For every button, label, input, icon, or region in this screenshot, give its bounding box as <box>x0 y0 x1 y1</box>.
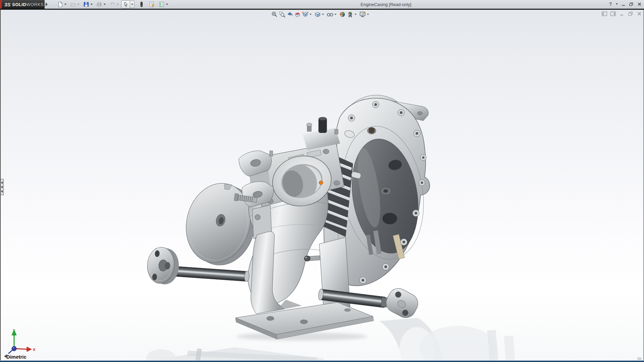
select-cursor-icon <box>123 1 129 7</box>
document-window-controls <box>601 11 642 16</box>
undo-dropdown-arrow[interactable] <box>117 4 119 5</box>
undo-icon <box>109 1 115 7</box>
close-document-icon <box>637 11 642 16</box>
previous-view-button[interactable] <box>286 11 293 18</box>
display-style-icon <box>314 11 321 18</box>
pane-toggle-left-icon <box>602 11 607 16</box>
edit-appearance-button[interactable] <box>338 11 346 18</box>
open-button[interactable] <box>69 1 77 8</box>
zoom-to-fit-button[interactable] <box>270 11 278 18</box>
close-document-button[interactable] <box>636 11 642 16</box>
apply-scene-dropdown-arrow[interactable] <box>355 14 357 15</box>
display-style-button[interactable] <box>314 11 321 18</box>
apply-scene-button[interactable] <box>346 11 354 18</box>
options-icon <box>159 1 165 7</box>
file-properties-button[interactable] <box>148 1 156 8</box>
help-dropdown-arrow[interactable] <box>616 3 618 5</box>
edit-appearance-icon <box>339 11 346 18</box>
section-view-icon <box>294 11 301 18</box>
triad-y-label: Y <box>13 328 15 333</box>
zoom-to-fit-icon <box>271 11 278 18</box>
display-style-dropdown-arrow[interactable] <box>322 14 324 15</box>
restore-document-icon <box>628 11 633 16</box>
titlebar-separator <box>0 9 644 10</box>
select-dropdown-arrow[interactable] <box>130 1 135 8</box>
view-orientation-dropdown-arrow[interactable] <box>310 14 312 15</box>
restore-icon <box>629 2 634 6</box>
rebuild-traffic-light-icon <box>139 1 145 7</box>
brand-solid: SOLID <box>12 2 26 7</box>
apply-scene-icon <box>347 11 354 18</box>
close-button[interactable] <box>636 1 643 7</box>
zoom-to-area-icon <box>279 11 285 18</box>
section-view-button[interactable] <box>293 11 301 18</box>
minimize-icon <box>621 2 626 6</box>
headsup-view-toolbar <box>270 10 371 18</box>
pane-toggle-right-button[interactable] <box>610 11 616 16</box>
view-orientation-icon <box>302 11 309 18</box>
expand-left-arrow-icon <box>1 181 3 184</box>
pane-toggle-right-icon <box>610 11 616 16</box>
view-settings-dropdown-arrow[interactable] <box>367 14 369 15</box>
print-dropdown-arrow[interactable] <box>104 4 106 5</box>
previous-view-icon <box>286 11 293 18</box>
new-dropdown-arrow[interactable] <box>64 4 66 5</box>
save-dropdown-arrow[interactable] <box>91 4 93 5</box>
solidworks-logo-mark: 3S <box>4 2 10 7</box>
print-icon <box>96 1 102 7</box>
window-border-bottom <box>0 360 644 362</box>
titlebar: 3S SOLIDWORKS <box>0 0 644 9</box>
brand-works: WORKS <box>26 2 44 7</box>
mount-bracket-left[interactable] <box>234 151 274 207</box>
dowel-bolt[interactable] <box>304 255 320 261</box>
solidworks-window: 3S SOLIDWORKS <box>0 0 644 362</box>
restore-document-button[interactable] <box>628 11 633 16</box>
help-button[interactable]: ? <box>607 1 614 7</box>
open-dropdown-arrow[interactable] <box>77 4 79 5</box>
expand-left-arrow-icon <box>1 190 3 193</box>
menu-expand-arrow-icon[interactable] <box>46 2 48 6</box>
zoom-to-area-button[interactable] <box>278 11 286 18</box>
minimize-document-icon <box>620 11 624 16</box>
print-button[interactable] <box>95 1 103 8</box>
view-settings-button[interactable] <box>359 11 366 18</box>
new-document-button[interactable] <box>56 1 64 8</box>
engine-casing-model[interactable] <box>0 0 644 362</box>
restore-button[interactable] <box>628 1 635 7</box>
undo-button[interactable] <box>108 1 116 8</box>
minimize-button[interactable] <box>620 1 627 7</box>
main-toolbar <box>56 0 170 8</box>
minimize-document-button[interactable] <box>619 11 625 16</box>
file-properties-icon <box>149 1 155 7</box>
view-orientation-label: *Dimetric <box>4 354 26 360</box>
window-controls: ? <box>607 1 643 7</box>
save-button[interactable] <box>82 1 90 8</box>
new-document-icon <box>57 1 63 7</box>
selection-point-marker[interactable] <box>319 181 323 185</box>
resize-grip[interactable] <box>637 357 641 360</box>
options-button[interactable] <box>157 1 166 8</box>
view-orientation-button[interactable] <box>301 11 309 18</box>
window-border-left <box>0 10 1 361</box>
triad-x-label: X <box>33 348 36 352</box>
options-dropdown-arrow[interactable] <box>166 4 168 5</box>
save-icon <box>83 1 89 7</box>
solidworks-logo[interactable]: 3S SOLIDWORKS <box>2 0 45 9</box>
hide-show-dropdown-arrow[interactable] <box>334 14 336 15</box>
hide-show-items-icon <box>327 11 333 18</box>
close-icon <box>637 2 642 6</box>
select-tool-button[interactable] <box>121 0 130 8</box>
view-settings-icon <box>359 11 366 18</box>
pane-toggle-left-button[interactable] <box>601 11 607 16</box>
window-title: EngineCasing [Read-only] <box>361 2 411 7</box>
hide-show-items-button[interactable] <box>326 11 334 18</box>
rebuild-button[interactable] <box>137 1 146 8</box>
open-icon <box>70 1 76 7</box>
expand-left-arrow-icon <box>1 186 3 188</box>
